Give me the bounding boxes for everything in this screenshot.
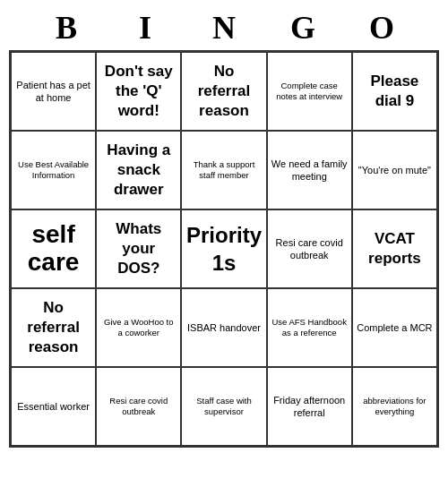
bingo-cell-3: Complete case notes at interview [267, 52, 352, 131]
bingo-cell-21: Resi care covid outbreak [96, 367, 181, 446]
bingo-letter-n: N [185, 9, 263, 47]
bingo-cell-2: No referral reason [181, 52, 266, 131]
bingo-cell-22: Staff case with supervisor [181, 367, 266, 446]
bingo-cell-24: abbreviations for everything [352, 367, 437, 446]
bingo-cell-23: Friday afternoon referral [267, 367, 352, 446]
bingo-letter-g: G [263, 9, 342, 47]
bingo-cell-6: Having a snack drawer [96, 131, 181, 209]
bingo-cell-9: "You're on mute" [352, 131, 437, 209]
bingo-cell-11: Whats your DOS? [96, 209, 181, 288]
bingo-cell-19: Complete a MCR [352, 288, 437, 367]
bingo-cell-20: Essential worker [11, 367, 96, 446]
bingo-cell-14: VCAT reports [352, 209, 437, 288]
bingo-title: BINGO [9, 9, 439, 47]
bingo-cell-10: self care [11, 209, 96, 288]
bingo-cell-17: ISBAR handover [181, 288, 266, 367]
bingo-cell-8: We need a family meeting [267, 131, 352, 209]
bingo-cell-0: Patient has a pet at home [11, 52, 96, 131]
bingo-grid: Patient has a pet at homeDon't say the '… [9, 50, 439, 448]
bingo-cell-5: Use Best Available Information [11, 131, 96, 209]
bingo-letter-o: O [342, 9, 421, 47]
bingo-letter-i: I [106, 9, 185, 47]
bingo-cell-1: Don't say the 'Q' word! [96, 52, 181, 131]
bingo-cell-16: Give a WooHoo to a coworker [96, 288, 181, 367]
bingo-cell-12: Priority 1s [181, 209, 266, 288]
bingo-cell-15: No referral reason [11, 288, 96, 367]
bingo-cell-18: Use AFS Handbook as a reference [267, 288, 352, 367]
bingo-cell-7: Thank a support staff member [181, 131, 266, 209]
bingo-cell-13: Resi care covid outbreak [267, 209, 352, 288]
bingo-letter-b: B [27, 9, 106, 47]
bingo-cell-4: Please dial 9 [352, 52, 437, 131]
